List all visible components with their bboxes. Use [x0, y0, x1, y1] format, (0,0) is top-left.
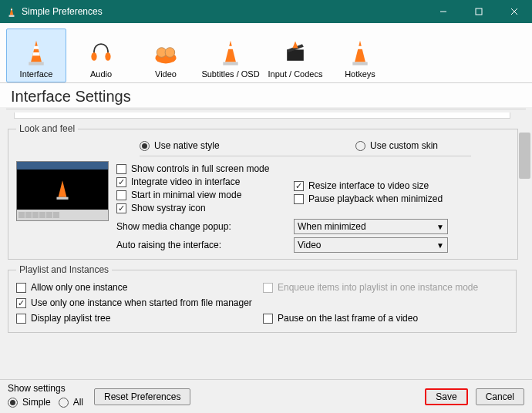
dropdown-auto-raise[interactable]: Video ▼ — [294, 237, 448, 253]
checkbox-label: Pause on the last frame of a video — [278, 313, 418, 324]
checkbox-pause-last-frame[interactable]: Pause on the last frame of a video — [263, 313, 508, 324]
cone-icon — [216, 37, 245, 68]
dropdown-value: When minimized — [298, 221, 366, 232]
checkbox-icon — [294, 194, 304, 204]
svg-point-7 — [165, 48, 175, 58]
collapsed-section — [14, 112, 510, 119]
svg-rect-2 — [29, 62, 43, 65]
chevron-down-icon: ▼ — [436, 241, 444, 250]
checkbox-icon — [16, 283, 26, 293]
radio-icon — [355, 141, 365, 151]
checkbox-label: Resize interface to video size — [308, 180, 429, 191]
settings-panel: Look and feel Use native style Use custo… — [0, 109, 532, 376]
cone-icon — [22, 37, 51, 68]
tab-label: Input / Codecs — [268, 69, 323, 79]
checkbox-icon — [116, 164, 126, 174]
app-icon — [6, 6, 17, 18]
checkbox-one-instance[interactable]: Allow only one instance — [16, 282, 263, 293]
skin-preview — [16, 161, 109, 221]
radio-native-style[interactable]: Use native style — [140, 140, 294, 151]
checkbox-show-controls-fullscreen[interactable]: Show controls in full screen mode — [116, 163, 294, 174]
checkbox-label: Display playlist tree — [31, 313, 110, 324]
checkbox-label: Show controls in full screen mode — [131, 163, 269, 174]
tab-subtitles[interactable]: Subtitles / OSD — [200, 29, 261, 82]
divider — [140, 156, 471, 156]
checkbox-label: Start in minimal view mode — [131, 190, 241, 200]
tab-label: Interface — [20, 69, 53, 79]
dropdown-label: Show media change popup: — [116, 221, 294, 232]
checkbox-icon — [16, 298, 26, 308]
checkbox-systray-icon[interactable]: Show systray icon — [116, 203, 294, 213]
maximize-button[interactable] — [461, 0, 497, 23]
radio-label: Use custom skin — [370, 140, 438, 151]
svg-rect-8 — [223, 62, 237, 65]
footer: Show settings Simple All Reset Preferenc… — [0, 379, 532, 413]
group-legend: Playlist and Instances — [16, 264, 112, 275]
minimize-button[interactable] — [426, 0, 461, 23]
checkbox-icon — [16, 314, 26, 324]
svg-rect-0 — [9, 15, 15, 16]
checkbox-integrate-video[interactable]: Integrate video in interface — [116, 176, 294, 187]
cancel-button[interactable]: Cancel — [476, 388, 524, 405]
svg-point-4 — [105, 52, 110, 61]
cone-icon — [345, 37, 375, 68]
radio-icon — [140, 141, 150, 151]
checkbox-label: Allow only one instance — [31, 282, 127, 293]
headphones-icon — [86, 37, 116, 68]
checkbox-icon — [263, 283, 273, 293]
window-title: Simple Preferences — [22, 6, 426, 17]
tab-interface[interactable]: Interface — [6, 29, 66, 82]
tab-video[interactable]: Video — [136, 29, 196, 82]
svg-rect-10 — [352, 62, 367, 65]
radio-custom-skin[interactable]: Use custom skin — [355, 140, 510, 151]
radio-show-all[interactable]: All — [59, 397, 83, 408]
category-tabbar: Interface Audio Video Subtitles / OSD In… — [0, 23, 532, 83]
checkbox-minimal-view[interactable]: Start in minimal view mode — [116, 190, 294, 200]
film-reel-icon — [151, 37, 180, 68]
save-button[interactable]: Save — [425, 388, 467, 405]
button-label: Reset Preferences — [104, 391, 180, 402]
group-legend: Look and feel — [16, 123, 78, 134]
look-and-feel-group: Look and feel Use native style Use custo… — [8, 123, 518, 260]
checkbox-icon — [263, 314, 273, 324]
checkbox-icon — [116, 177, 126, 187]
checkbox-pause-when-minimized[interactable]: Pause playback when minimized — [294, 193, 510, 204]
checkbox-label: Use only one instance when started from … — [31, 297, 252, 308]
tab-label: Video — [155, 69, 177, 79]
page-title: Interface Settings — [0, 83, 532, 107]
scrollbar-thumb[interactable] — [519, 133, 530, 179]
button-label: Save — [436, 391, 456, 402]
radio-icon — [8, 398, 18, 408]
dropdown-media-change-popup[interactable]: When minimized ▼ — [294, 219, 448, 234]
checkbox-resize-to-video[interactable]: Resize interface to video size — [294, 180, 510, 191]
titlebar: Simple Preferences — [0, 0, 532, 23]
checkbox-display-playlist-tree[interactable]: Display playlist tree — [16, 313, 263, 324]
tab-label: Hotkeys — [345, 69, 375, 79]
radio-label: All — [73, 397, 83, 408]
checkbox-label: Pause playback when minimized — [308, 193, 443, 204]
close-button[interactable] — [497, 0, 532, 23]
checkbox-one-instance-file-manager[interactable]: Use only one instance when started from … — [16, 297, 508, 308]
dropdown-value: Video — [298, 240, 321, 250]
radio-show-simple[interactable]: Simple — [8, 397, 51, 408]
checkbox-enqueue-one-instance: Enqueue items into playlist in one insta… — [263, 282, 508, 293]
dropdown-label: Auto raising the interface: — [116, 240, 294, 250]
checkbox-icon — [116, 190, 126, 200]
tab-label: Audio — [90, 69, 112, 79]
playlist-instances-group: Playlist and Instances Allow only one in… — [8, 264, 517, 333]
svg-rect-11 — [56, 197, 68, 200]
checkbox-label: Show systray icon — [131, 203, 206, 213]
show-settings-label: Show settings — [8, 383, 83, 394]
tab-audio[interactable]: Audio — [71, 29, 131, 82]
checkbox-icon — [116, 203, 126, 213]
checkbox-icon — [294, 181, 304, 191]
button-label: Cancel — [486, 391, 514, 402]
tab-label: Subtitles / OSD — [201, 69, 259, 79]
reset-preferences-button[interactable]: Reset Preferences — [94, 388, 190, 405]
tab-input-codecs[interactable]: Input / Codecs — [265, 29, 325, 82]
tab-hotkeys[interactable]: Hotkeys — [330, 29, 390, 82]
clapper-icon — [281, 37, 310, 68]
checkbox-label: Enqueue items into playlist in one insta… — [278, 282, 478, 293]
svg-rect-1 — [476, 8, 482, 15]
checkbox-label: Integrate video in interface — [131, 176, 240, 187]
